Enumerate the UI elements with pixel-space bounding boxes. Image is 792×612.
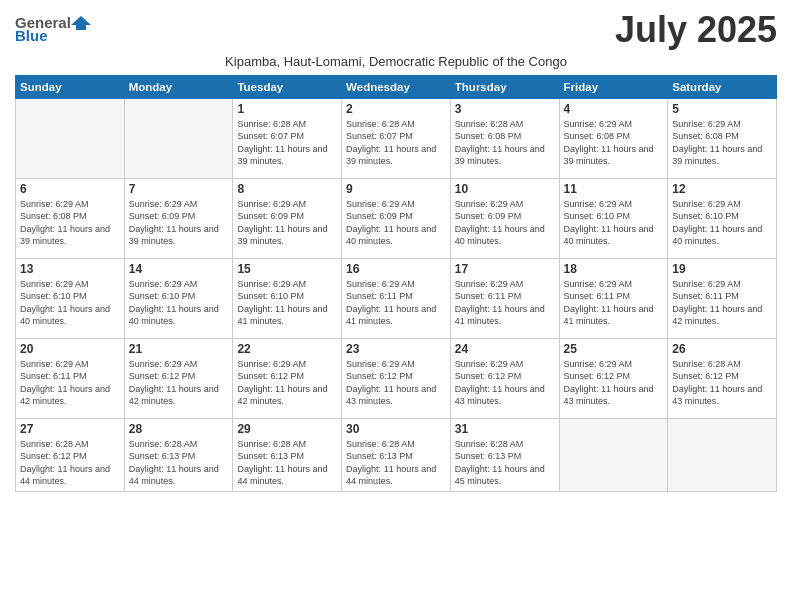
calendar-header-friday: Friday (559, 75, 668, 98)
day-info: Sunrise: 6:28 AM Sunset: 6:12 PM Dayligh… (20, 438, 120, 488)
day-info: Sunrise: 6:28 AM Sunset: 6:08 PM Dayligh… (455, 118, 555, 168)
calendar-cell: 29Sunrise: 6:28 AM Sunset: 6:13 PM Dayli… (233, 418, 342, 491)
calendar-cell: 28Sunrise: 6:28 AM Sunset: 6:13 PM Dayli… (124, 418, 233, 491)
day-number: 19 (672, 262, 772, 276)
day-number: 27 (20, 422, 120, 436)
day-number: 31 (455, 422, 555, 436)
day-number: 30 (346, 422, 446, 436)
day-info: Sunrise: 6:29 AM Sunset: 6:11 PM Dayligh… (564, 278, 664, 328)
calendar-cell: 17Sunrise: 6:29 AM Sunset: 6:11 PM Dayli… (450, 258, 559, 338)
day-info: Sunrise: 6:29 AM Sunset: 6:11 PM Dayligh… (455, 278, 555, 328)
calendar-cell (668, 418, 777, 491)
day-number: 5 (672, 102, 772, 116)
day-info: Sunrise: 6:29 AM Sunset: 6:10 PM Dayligh… (564, 198, 664, 248)
day-info: Sunrise: 6:28 AM Sunset: 6:13 PM Dayligh… (237, 438, 337, 488)
day-number: 14 (129, 262, 229, 276)
day-info: Sunrise: 6:28 AM Sunset: 6:07 PM Dayligh… (346, 118, 446, 168)
calendar-cell: 6Sunrise: 6:29 AM Sunset: 6:08 PM Daylig… (16, 178, 125, 258)
calendar-cell: 23Sunrise: 6:29 AM Sunset: 6:12 PM Dayli… (342, 338, 451, 418)
day-number: 6 (20, 182, 120, 196)
day-number: 1 (237, 102, 337, 116)
calendar-cell: 25Sunrise: 6:29 AM Sunset: 6:12 PM Dayli… (559, 338, 668, 418)
day-number: 12 (672, 182, 772, 196)
day-number: 17 (455, 262, 555, 276)
day-number: 22 (237, 342, 337, 356)
calendar-header-row: SundayMondayTuesdayWednesdayThursdayFrid… (16, 75, 777, 98)
calendar-header-sunday: Sunday (16, 75, 125, 98)
day-number: 28 (129, 422, 229, 436)
calendar-header-wednesday: Wednesday (342, 75, 451, 98)
day-number: 24 (455, 342, 555, 356)
calendar-cell (16, 98, 125, 178)
day-number: 7 (129, 182, 229, 196)
calendar-cell: 3Sunrise: 6:28 AM Sunset: 6:08 PM Daylig… (450, 98, 559, 178)
calendar-cell: 13Sunrise: 6:29 AM Sunset: 6:10 PM Dayli… (16, 258, 125, 338)
calendar-week-row: 20Sunrise: 6:29 AM Sunset: 6:11 PM Dayli… (16, 338, 777, 418)
calendar-cell (124, 98, 233, 178)
day-info: Sunrise: 6:28 AM Sunset: 6:07 PM Dayligh… (237, 118, 337, 168)
day-info: Sunrise: 6:29 AM Sunset: 6:08 PM Dayligh… (564, 118, 664, 168)
day-info: Sunrise: 6:29 AM Sunset: 6:10 PM Dayligh… (237, 278, 337, 328)
calendar-week-row: 1Sunrise: 6:28 AM Sunset: 6:07 PM Daylig… (16, 98, 777, 178)
day-info: Sunrise: 6:29 AM Sunset: 6:08 PM Dayligh… (20, 198, 120, 248)
day-info: Sunrise: 6:29 AM Sunset: 6:09 PM Dayligh… (346, 198, 446, 248)
calendar-cell: 8Sunrise: 6:29 AM Sunset: 6:09 PM Daylig… (233, 178, 342, 258)
calendar-table: SundayMondayTuesdayWednesdayThursdayFrid… (15, 75, 777, 492)
day-number: 25 (564, 342, 664, 356)
day-number: 10 (455, 182, 555, 196)
day-number: 9 (346, 182, 446, 196)
day-number: 20 (20, 342, 120, 356)
title-block: July 2025 (615, 10, 777, 50)
calendar-cell: 10Sunrise: 6:29 AM Sunset: 6:09 PM Dayli… (450, 178, 559, 258)
day-info: Sunrise: 6:29 AM Sunset: 6:11 PM Dayligh… (20, 358, 120, 408)
day-number: 15 (237, 262, 337, 276)
calendar-cell: 2Sunrise: 6:28 AM Sunset: 6:07 PM Daylig… (342, 98, 451, 178)
day-info: Sunrise: 6:29 AM Sunset: 6:12 PM Dayligh… (455, 358, 555, 408)
calendar-cell: 9Sunrise: 6:29 AM Sunset: 6:09 PM Daylig… (342, 178, 451, 258)
day-info: Sunrise: 6:29 AM Sunset: 6:10 PM Dayligh… (672, 198, 772, 248)
calendar-cell: 21Sunrise: 6:29 AM Sunset: 6:12 PM Dayli… (124, 338, 233, 418)
calendar-cell: 5Sunrise: 6:29 AM Sunset: 6:08 PM Daylig… (668, 98, 777, 178)
day-info: Sunrise: 6:28 AM Sunset: 6:13 PM Dayligh… (346, 438, 446, 488)
day-info: Sunrise: 6:29 AM Sunset: 6:12 PM Dayligh… (237, 358, 337, 408)
header: General Blue July 2025 (15, 10, 777, 50)
calendar-week-row: 27Sunrise: 6:28 AM Sunset: 6:12 PM Dayli… (16, 418, 777, 491)
page-title: July 2025 (615, 10, 777, 50)
day-number: 8 (237, 182, 337, 196)
day-info: Sunrise: 6:29 AM Sunset: 6:09 PM Dayligh… (237, 198, 337, 248)
calendar-cell: 11Sunrise: 6:29 AM Sunset: 6:10 PM Dayli… (559, 178, 668, 258)
page: General Blue July 2025 Kipamba, Haut-Lom… (0, 0, 792, 612)
day-number: 13 (20, 262, 120, 276)
day-number: 2 (346, 102, 446, 116)
calendar-cell: 20Sunrise: 6:29 AM Sunset: 6:11 PM Dayli… (16, 338, 125, 418)
day-info: Sunrise: 6:29 AM Sunset: 6:12 PM Dayligh… (129, 358, 229, 408)
calendar-cell: 1Sunrise: 6:28 AM Sunset: 6:07 PM Daylig… (233, 98, 342, 178)
subtitle: Kipamba, Haut-Lomami, Democratic Republi… (15, 54, 777, 69)
calendar-cell: 4Sunrise: 6:29 AM Sunset: 6:08 PM Daylig… (559, 98, 668, 178)
day-info: Sunrise: 6:29 AM Sunset: 6:12 PM Dayligh… (346, 358, 446, 408)
day-info: Sunrise: 6:29 AM Sunset: 6:10 PM Dayligh… (20, 278, 120, 328)
day-info: Sunrise: 6:29 AM Sunset: 6:12 PM Dayligh… (564, 358, 664, 408)
calendar-cell: 15Sunrise: 6:29 AM Sunset: 6:10 PM Dayli… (233, 258, 342, 338)
calendar-cell: 16Sunrise: 6:29 AM Sunset: 6:11 PM Dayli… (342, 258, 451, 338)
day-number: 16 (346, 262, 446, 276)
calendar-cell: 22Sunrise: 6:29 AM Sunset: 6:12 PM Dayli… (233, 338, 342, 418)
calendar-cell: 12Sunrise: 6:29 AM Sunset: 6:10 PM Dayli… (668, 178, 777, 258)
calendar-header-monday: Monday (124, 75, 233, 98)
day-info: Sunrise: 6:28 AM Sunset: 6:12 PM Dayligh… (672, 358, 772, 408)
day-number: 23 (346, 342, 446, 356)
day-number: 18 (564, 262, 664, 276)
calendar-cell: 27Sunrise: 6:28 AM Sunset: 6:12 PM Dayli… (16, 418, 125, 491)
day-info: Sunrise: 6:29 AM Sunset: 6:10 PM Dayligh… (129, 278, 229, 328)
day-number: 21 (129, 342, 229, 356)
day-info: Sunrise: 6:29 AM Sunset: 6:11 PM Dayligh… (346, 278, 446, 328)
logo-icon (71, 15, 91, 31)
calendar-cell: 24Sunrise: 6:29 AM Sunset: 6:12 PM Dayli… (450, 338, 559, 418)
calendar-cell: 26Sunrise: 6:28 AM Sunset: 6:12 PM Dayli… (668, 338, 777, 418)
svg-marker-0 (71, 16, 91, 30)
day-number: 11 (564, 182, 664, 196)
calendar-cell: 19Sunrise: 6:29 AM Sunset: 6:11 PM Dayli… (668, 258, 777, 338)
day-number: 3 (455, 102, 555, 116)
calendar-cell: 31Sunrise: 6:28 AM Sunset: 6:13 PM Dayli… (450, 418, 559, 491)
day-info: Sunrise: 6:29 AM Sunset: 6:08 PM Dayligh… (672, 118, 772, 168)
